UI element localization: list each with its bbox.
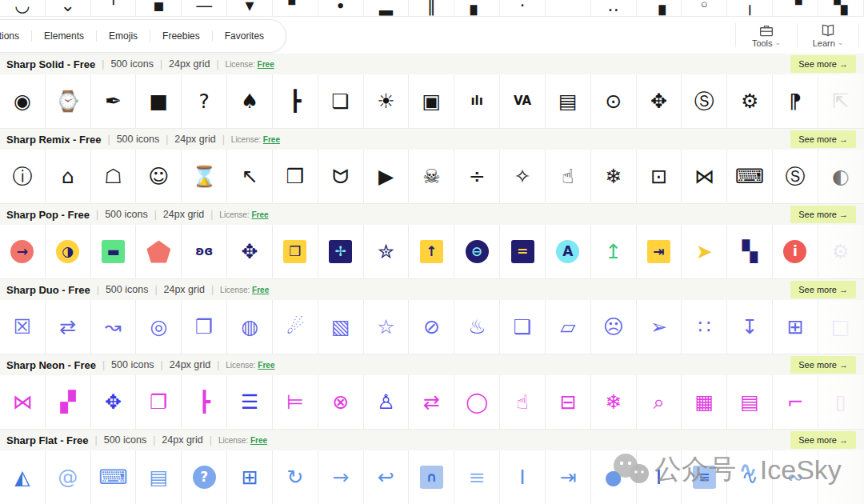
icon-cell[interactable]: ılı: [454, 74, 500, 128]
icon-cell[interactable]: =: [500, 225, 546, 278]
icon-cell[interactable]: [818, 450, 864, 504]
icon-cell[interactable]: ∿: [727, 450, 773, 504]
icon-cell[interactable]: ⌂: [46, 150, 91, 203]
icon-cell[interactable]: ✥: [637, 74, 682, 128]
icon-cell[interactable]: ▤: [546, 74, 591, 128]
cutoff-icon-cell[interactable]: ·: [500, 0, 546, 16]
tab-emojis[interactable]: Emojis: [97, 30, 150, 42]
icon-cell[interactable]: ✥: [91, 375, 137, 429]
icon-cell[interactable]: ☖: [91, 150, 137, 203]
icon-cell[interactable]: ♠: [227, 74, 273, 128]
icon-cell[interactable]: ◭: [0, 450, 46, 504]
icon-cell[interactable]: ❄: [591, 375, 637, 429]
see-more-button[interactable]: See more →: [790, 55, 856, 73]
icon-cell[interactable]: ⊗: [318, 375, 364, 429]
see-more-button[interactable]: See more →: [790, 356, 856, 374]
cutoff-icon-cell[interactable]: ◦: [682, 0, 727, 16]
icon-cell[interactable]: ⚙: [727, 74, 773, 128]
icon-cell[interactable]: ▤: [136, 450, 182, 504]
icon-cell[interactable]: ≡: [682, 450, 727, 504]
icon-cell[interactable]: ☹: [591, 300, 637, 354]
icon-cell[interactable]: ❑: [500, 300, 546, 354]
icon-cell[interactable]: ☠: [409, 150, 454, 203]
icon-cell[interactable]: ⌐: [773, 375, 818, 429]
icon-cell[interactable]: ▦: [682, 375, 727, 429]
icon-cell[interactable]: ☺: [136, 150, 182, 203]
see-more-button[interactable]: See more →: [790, 130, 856, 148]
cutoff-icon-cell[interactable]: ╵: [91, 0, 137, 16]
icon-cell[interactable]: ☝: [500, 375, 546, 429]
icon-cell[interactable]: ▞: [46, 375, 91, 429]
icon-cell[interactable]: Ⓢ: [773, 150, 818, 203]
icon-cell[interactable]: ⌚: [46, 74, 91, 128]
cutoff-icon-cell[interactable]: ▝: [773, 0, 818, 16]
icon-cell[interactable]: ❐: [182, 300, 227, 354]
icon-cell[interactable]: ⌨: [91, 450, 137, 504]
cutoff-icon-cell[interactable]: —: [182, 0, 227, 16]
icon-cell[interactable]: ▱: [546, 300, 591, 354]
icon-cell[interactable]: ↑: [409, 225, 454, 278]
icon-cell[interactable]: ↩: [364, 450, 410, 504]
icon-cell[interactable]: ⇥: [637, 225, 682, 278]
license-link[interactable]: Free: [258, 361, 274, 370]
cutoff-icon-cell[interactable]: ▪: [136, 0, 182, 16]
icon-cell[interactable]: ⊘: [409, 300, 454, 354]
icon-cell[interactable]: ≡: [454, 450, 500, 504]
tab-freebies[interactable]: Freebies: [150, 30, 212, 42]
see-more-button[interactable]: See more →: [790, 431, 856, 449]
icon-cell[interactable]: ❒: [273, 225, 318, 278]
icon-cell[interactable]: ♙: [364, 375, 410, 429]
icon-cell[interactable]: ⋈: [682, 150, 727, 203]
tab-elements[interactable]: Elements: [32, 30, 96, 42]
icon-cell[interactable]: ●: [591, 450, 637, 504]
icon-cell[interactable]: Ⓢ: [682, 74, 727, 128]
icon-cell[interactable]: ▶: [364, 150, 410, 203]
icon-cell[interactable]: ◉: [0, 74, 46, 128]
icon-cell[interactable]: ⓘ: [0, 150, 46, 203]
icon-cell[interactable]: ☆: [364, 300, 410, 354]
icon-cell[interactable]: ▚: [727, 225, 773, 278]
icon-cell[interactable]: ⇄: [409, 375, 454, 429]
icon-cell[interactable]: ⌨: [727, 150, 773, 203]
icon-cell[interactable]: ↻: [273, 450, 318, 504]
icon-cell[interactable]: ☀: [364, 74, 410, 128]
cutoff-icon-cell[interactable]: ╷: [727, 0, 773, 16]
icon-cell[interactable]: ✢: [318, 225, 364, 278]
icon-cell[interactable]: @: [46, 450, 91, 504]
icon-cell[interactable]: ❐: [136, 375, 182, 429]
icon-cell[interactable]: i: [773, 225, 818, 278]
icon-cell[interactable]: ⊖: [454, 225, 500, 278]
icon-cell[interactable]: ☰: [227, 375, 273, 429]
icon-cell[interactable]: ☝: [546, 150, 591, 203]
cutoff-icon-cell[interactable]: ▾: [227, 0, 273, 16]
icon-cell[interactable]: ▬: [91, 225, 137, 278]
icon-cell[interactable]: ⇥: [546, 450, 591, 504]
tab-favorites[interactable]: Favorites: [213, 30, 276, 42]
icon-cell[interactable]: ✥: [227, 225, 273, 278]
icon-cell[interactable]: ▯: [818, 375, 864, 429]
icon-cell[interactable]: ■: [136, 74, 182, 128]
cutoff-icon-cell[interactable]: ▖: [454, 0, 500, 16]
icon-cell[interactable]: ◍: [227, 300, 273, 354]
tab-ations[interactable]: ations: [0, 30, 31, 42]
icon-cell[interactable]: ⊞: [227, 450, 273, 504]
icon-cell[interactable]: ᗢ: [318, 150, 364, 203]
icon-cell[interactable]: ⌛: [182, 150, 227, 203]
license-link[interactable]: Free: [258, 60, 274, 69]
icon-cell[interactable]: ▧: [318, 300, 364, 354]
icon-cell[interactable]: ⇄: [46, 300, 91, 354]
icon-cell[interactable]: ❒: [273, 150, 318, 203]
cutoff-icon-cell[interactable]: ◡: [0, 0, 46, 16]
icon-cell[interactable]: ∷: [682, 300, 727, 354]
icon-cell[interactable]: ⊞: [773, 300, 818, 354]
icon-cell[interactable]: ⊙: [591, 74, 637, 128]
learn-menu[interactable]: Learn⌄: [802, 23, 854, 48]
cutoff-icon-cell[interactable]: ▘: [273, 0, 318, 16]
icon-cell[interactable]: ◯: [454, 375, 500, 429]
icon-cell[interactable]: ▣: [409, 74, 454, 128]
icon-cell[interactable]: ÷: [454, 150, 500, 203]
icon-cell[interactable]: ↖: [227, 150, 273, 203]
cutoff-icon-cell[interactable]: ▚: [818, 0, 864, 16]
icon-cell[interactable]: ♨: [454, 300, 500, 354]
icon-cell[interactable]: ❄: [591, 150, 637, 203]
